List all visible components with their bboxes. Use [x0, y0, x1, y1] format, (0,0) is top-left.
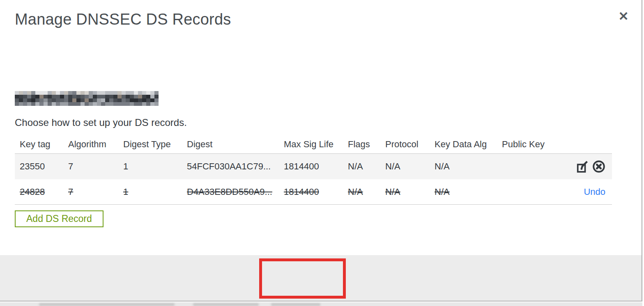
col-header-digest-type: Digest Type	[118, 139, 182, 150]
cell-algorithm: 7	[63, 161, 118, 172]
redacted-domain-name	[15, 91, 159, 106]
table-header-row: Key tag Algorithm Digest Type Digest Max…	[15, 135, 612, 154]
cell-max-sig-life: 1814400	[279, 187, 343, 197]
close-icon[interactable]: ✕	[614, 7, 632, 25]
col-header-key-tag: Key tag	[15, 139, 63, 150]
cell-digest: 54FCF030AA1C79...	[182, 161, 279, 172]
col-header-digest: Digest	[182, 139, 279, 150]
table-row: 23550 7 1 54FCF030AA1C79... 1814400 N/A …	[15, 154, 612, 179]
col-header-algorithm: Algorithm	[63, 139, 118, 150]
cell-flags: N/A	[343, 187, 380, 197]
cell-key-data-alg: N/A	[430, 161, 497, 172]
instruction-text: Choose how to set up your DS records.	[15, 117, 187, 128]
col-header-max-sig-life: Max Sig Life	[279, 139, 343, 150]
ds-records-table: Key tag Algorithm Digest Type Digest Max…	[15, 135, 612, 205]
cell-key-tag: 23550	[15, 161, 63, 172]
delete-circle-icon[interactable]	[591, 159, 606, 174]
col-header-key-data-alg: Key Data Alg	[430, 139, 497, 150]
page-behind-modal-edge	[0, 302, 642, 306]
cell-protocol: N/A	[380, 161, 430, 172]
edit-icon[interactable]	[575, 159, 590, 174]
table-row-deleted: 24828 7 1 D4A33E8DD550A9... 1814400 N/A …	[15, 179, 612, 205]
add-ds-record-button[interactable]: Add DS Record	[15, 210, 104, 227]
cell-algorithm: 7	[63, 187, 118, 197]
col-header-public-key: Public Key	[497, 139, 554, 150]
undo-link[interactable]: Undo	[584, 187, 605, 197]
cell-key-data-alg: N/A	[430, 187, 497, 197]
cell-key-tag: 24828	[15, 187, 63, 197]
dialog-footer: Save Cancel	[0, 255, 642, 301]
manage-dnssec-dialog: Manage DNSSEC DS Records ✕ Choose how to…	[0, 0, 642, 301]
cell-digest-type: 1	[118, 187, 182, 197]
cell-digest: D4A33E8DD550A9...	[182, 187, 279, 197]
col-header-flags: Flags	[343, 139, 380, 150]
cell-flags: N/A	[343, 161, 380, 172]
cell-max-sig-life: 1814400	[279, 161, 343, 172]
cell-protocol: N/A	[380, 187, 430, 197]
page-title: Manage DNSSEC DS Records	[15, 11, 231, 28]
row-actions	[554, 159, 612, 174]
col-header-protocol: Protocol	[380, 139, 430, 150]
cell-digest-type: 1	[118, 161, 182, 172]
